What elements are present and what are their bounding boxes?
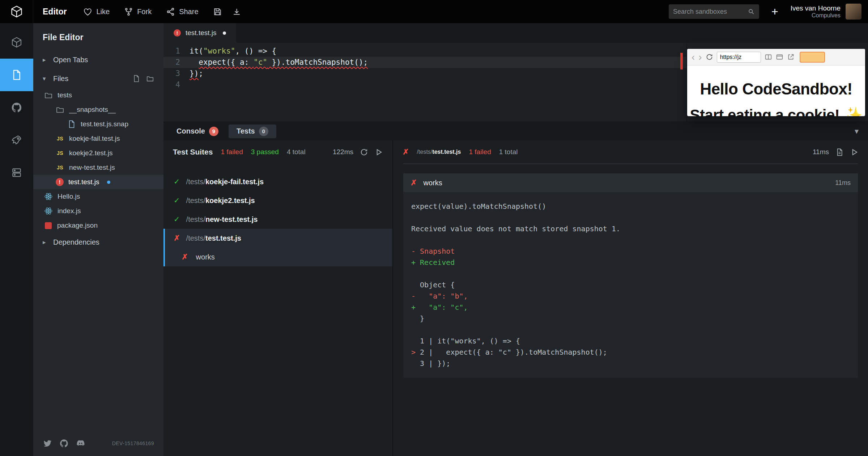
file-name: index.js xyxy=(58,207,81,215)
rail-server-item[interactable] xyxy=(0,156,33,189)
file-tree-item[interactable]: index.js xyxy=(33,204,163,218)
dependencies-section[interactable]: ▸ Dependencies xyxy=(33,233,163,252)
search-input[interactable] xyxy=(673,8,748,16)
code-line: 2 expect({ a: "c" }).toMatchSnapshot(); xyxy=(163,57,686,68)
preview-highlight-button[interactable] xyxy=(800,52,825,63)
file-name: test.test.js xyxy=(68,178,99,186)
cube-icon xyxy=(10,5,23,18)
forward-icon[interactable]: › xyxy=(698,52,702,62)
code-token: it( xyxy=(190,47,203,55)
suite-row[interactable]: ✗/tests/test.test.js xyxy=(163,229,392,248)
suite-path: /tests/koekje-fail.test.js xyxy=(186,178,264,186)
suite-path: /tests/test.test.js xyxy=(417,149,461,155)
error-file-icon: ! xyxy=(56,178,64,186)
failed-test-header[interactable]: ✗ works 11ms xyxy=(403,173,858,192)
export-button[interactable] xyxy=(232,7,241,16)
responsive-mode-icon[interactable] xyxy=(776,53,783,61)
unsaved-dot[interactable] xyxy=(223,31,226,35)
open-external-icon[interactable] xyxy=(787,53,795,61)
file-tree-item[interactable]: package.json xyxy=(33,218,163,233)
file-tree-item[interactable]: JSkoekje2.test.js xyxy=(33,146,163,160)
floppy-icon xyxy=(213,7,222,16)
browser-preview: ‹ › Hello CodeSandbox! Start eating a co… xyxy=(687,49,865,116)
modified-dot xyxy=(107,181,110,184)
editor-tab[interactable]: ! test.test.js xyxy=(163,23,236,43)
suite-dir: /tests/ xyxy=(186,234,205,242)
suite-dir: /tests/ xyxy=(186,197,205,204)
suite-file: koekje-fail.test.js xyxy=(205,178,264,186)
chevron-down-icon: ▾ xyxy=(43,75,48,83)
test-row[interactable]: ✗works xyxy=(163,248,392,266)
new-file-icon[interactable] xyxy=(132,75,140,83)
rail-sandbox-item[interactable] xyxy=(0,26,33,59)
sandbox-search[interactable] xyxy=(669,4,759,19)
page-title: Editor xyxy=(43,7,67,17)
discord-icon[interactable] xyxy=(76,439,85,448)
test-details-pane: ✗ /tests/test.test.js 1 failed 1 total 1… xyxy=(393,140,868,456)
output-token: 2 | expect({ a: "c" }).toMatchSnapshot()… xyxy=(416,348,607,356)
code-editor[interactable]: 1it("works", () => {2 expect({ a: "c" })… xyxy=(163,43,686,122)
output-line: - "a": "b", xyxy=(411,291,850,302)
output-line: Received value does not match stored sna… xyxy=(411,223,850,235)
fail-icon: ✗ xyxy=(182,253,188,261)
output-line xyxy=(411,324,850,335)
files-label: Files xyxy=(53,75,68,83)
split-view-icon[interactable] xyxy=(765,53,772,61)
save-button[interactable] xyxy=(213,7,222,16)
share-button[interactable]: Share xyxy=(166,7,198,16)
run-tests-icon[interactable] xyxy=(375,148,383,156)
topbar: Editor Like Fork Share + Ives van Hoorne… xyxy=(0,0,868,23)
panel-tab-console[interactable]: Console9 xyxy=(169,124,226,138)
refresh-tests-icon[interactable] xyxy=(360,148,368,156)
file-tree-item[interactable]: Hello.js xyxy=(33,189,163,204)
code-token: expect({ a: xyxy=(199,58,254,67)
url-bar[interactable] xyxy=(717,52,761,63)
suite-path: /tests/test.test.js xyxy=(186,234,241,242)
panel-tab-tests[interactable]: Tests0 xyxy=(229,124,276,138)
suite-row[interactable]: ✓/tests/koekje-fail.test.js xyxy=(163,172,392,191)
file-tree-item[interactable]: JSnew-test.test.js xyxy=(33,160,163,175)
open-tabs-section[interactable]: ▸ Open Tabs xyxy=(33,50,163,69)
file-tree-item[interactable]: __snapshots__ xyxy=(33,102,163,117)
codesandbox-logo[interactable] xyxy=(0,0,33,23)
back-icon[interactable]: ‹ xyxy=(692,52,695,62)
new-folder-icon[interactable] xyxy=(146,75,154,83)
file-tree-item[interactable]: test.test.js.snap xyxy=(33,117,163,131)
user-menu[interactable]: Ives van Hoorne Compulves xyxy=(791,4,841,19)
github-icon[interactable] xyxy=(59,439,69,448)
twitter-icon[interactable] xyxy=(43,439,52,448)
run-suite-icon[interactable] xyxy=(850,148,859,156)
open-file-icon[interactable] xyxy=(835,148,844,156)
output-token: 3 | }); xyxy=(411,359,450,368)
like-button[interactable]: Like xyxy=(83,7,110,16)
rail-deploy-item[interactable] xyxy=(0,124,33,156)
collapse-panel-icon[interactable]: ▾ xyxy=(855,127,859,136)
suites-title: Test Suites xyxy=(173,148,213,156)
rail-github-item[interactable] xyxy=(0,91,33,124)
files-section[interactable]: ▾ Files xyxy=(33,69,163,88)
file-icon xyxy=(11,69,22,81)
test-name: works xyxy=(424,179,442,187)
suite-row[interactable]: ✓/tests/koekje2.test.js xyxy=(163,191,392,210)
code-line: 1it("works", () => { xyxy=(163,46,686,57)
new-sandbox-button[interactable]: + xyxy=(771,6,778,17)
rail-file-editor-item[interactable] xyxy=(0,59,33,91)
tab-label: test.test.js xyxy=(186,29,217,37)
test-error-output: expect(value).toMatchSnapshot() Received… xyxy=(403,192,858,378)
react-icon xyxy=(44,192,53,201)
file-tree-item[interactable]: JSkoekje-fail.test.js xyxy=(33,131,163,146)
error-ruler-mark xyxy=(680,53,683,69)
sidebar-footer: DEV-1517846169 xyxy=(33,431,163,456)
avatar[interactable] xyxy=(846,4,861,20)
file-tree-item[interactable]: tests xyxy=(33,88,163,102)
test-duration: 11ms xyxy=(835,179,851,187)
code-text: }); xyxy=(190,68,203,79)
code-line: 3}); xyxy=(163,68,686,79)
fork-button[interactable]: Fork xyxy=(124,7,152,16)
suite-row[interactable]: ✓/tests/new-test.test.js xyxy=(163,210,392,229)
file-tree-item[interactable]: !test.test.js xyxy=(33,175,163,189)
refresh-icon[interactable] xyxy=(706,53,713,61)
output-token: - "a": "b", xyxy=(411,292,468,300)
pass-icon: ✓ xyxy=(174,177,180,186)
cube-icon xyxy=(11,37,22,48)
